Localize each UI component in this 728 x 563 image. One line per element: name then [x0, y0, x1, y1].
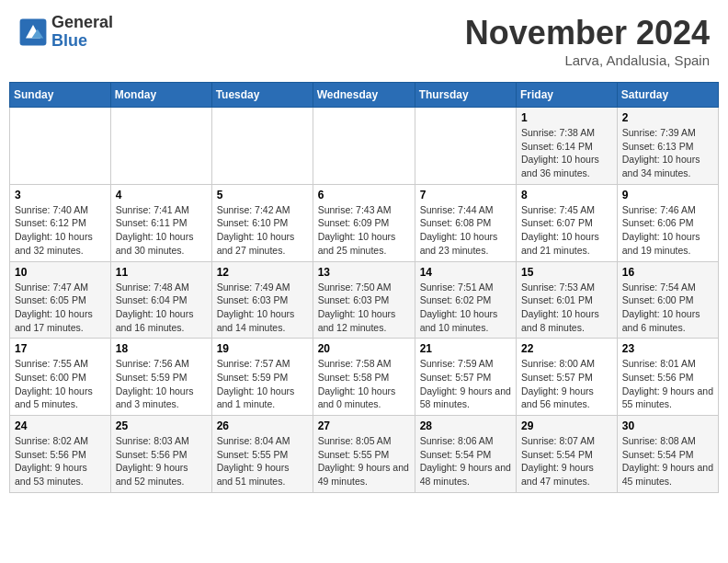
day-number: 12	[217, 266, 308, 279]
day-info: Sunrise: 7:44 AM Sunset: 6:08 PM Dayligh…	[420, 203, 511, 258]
calendar-cell: 26Sunrise: 8:04 AM Sunset: 5:55 PM Dayli…	[211, 416, 313, 493]
day-info: Sunrise: 8:00 AM Sunset: 5:57 PM Dayligh…	[521, 357, 612, 411]
logo-line2: Blue	[51, 32, 113, 51]
logo-icon	[18, 17, 48, 47]
week-row-1: 1Sunrise: 7:38 AM Sunset: 6:14 PM Daylig…	[10, 108, 719, 185]
calendar-cell: 20Sunrise: 7:58 AM Sunset: 5:58 PM Dayli…	[313, 339, 415, 416]
day-number: 11	[116, 266, 207, 279]
day-info: Sunrise: 7:43 AM Sunset: 6:09 PM Dayligh…	[318, 203, 410, 258]
day-info: Sunrise: 8:07 AM Sunset: 5:54 PM Dayligh…	[521, 434, 612, 488]
day-info: Sunrise: 8:08 AM Sunset: 5:54 PM Dayligh…	[622, 434, 713, 488]
calendar-cell: 13Sunrise: 7:50 AM Sunset: 6:03 PM Dayli…	[313, 261, 415, 339]
day-number: 30	[622, 419, 713, 432]
day-number: 24	[15, 419, 106, 432]
weekday-header-friday: Friday	[517, 83, 618, 108]
day-number: 13	[318, 266, 410, 279]
calendar-cell: 30Sunrise: 8:08 AM Sunset: 5:54 PM Dayli…	[617, 416, 718, 493]
calendar-cell: 25Sunrise: 8:03 AM Sunset: 5:56 PM Dayli…	[110, 416, 211, 493]
weekday-header-thursday: Thursday	[415, 83, 516, 108]
calendar-cell: 2Sunrise: 7:39 AM Sunset: 6:13 PM Daylig…	[617, 108, 718, 185]
title-block: November 2024 Larva, Andalusia, Spain	[465, 14, 710, 68]
calendar-cell: 16Sunrise: 7:54 AM Sunset: 6:00 PM Dayli…	[617, 261, 718, 339]
weekday-header-saturday: Saturday	[617, 83, 718, 108]
calendar-cell	[110, 108, 211, 185]
week-row-3: 10Sunrise: 7:47 AM Sunset: 6:05 PM Dayli…	[10, 261, 719, 339]
day-info: Sunrise: 8:01 AM Sunset: 5:56 PM Dayligh…	[622, 357, 713, 411]
page-header: General Blue November 2024 Larva, Andalu…	[9, 9, 719, 73]
calendar-cell: 23Sunrise: 8:01 AM Sunset: 5:56 PM Dayli…	[617, 339, 718, 416]
day-info: Sunrise: 7:38 AM Sunset: 6:14 PM Dayligh…	[521, 126, 612, 180]
day-number: 22	[521, 342, 612, 355]
day-number: 14	[420, 266, 511, 279]
day-info: Sunrise: 7:40 AM Sunset: 6:12 PM Dayligh…	[15, 203, 106, 258]
calendar-cell: 4Sunrise: 7:41 AM Sunset: 6:11 PM Daylig…	[110, 184, 211, 261]
day-number: 6	[318, 189, 410, 201]
calendar-cell: 8Sunrise: 7:45 AM Sunset: 6:07 PM Daylig…	[517, 184, 618, 261]
day-info: Sunrise: 8:02 AM Sunset: 5:56 PM Dayligh…	[15, 434, 106, 488]
day-info: Sunrise: 8:04 AM Sunset: 5:55 PM Dayligh…	[217, 434, 308, 488]
day-info: Sunrise: 7:49 AM Sunset: 6:03 PM Dayligh…	[217, 281, 308, 335]
day-number: 8	[521, 189, 612, 201]
calendar-cell: 17Sunrise: 7:55 AM Sunset: 6:00 PM Dayli…	[10, 339, 111, 416]
day-number: 17	[15, 342, 106, 355]
calendar-cell: 5Sunrise: 7:42 AM Sunset: 6:10 PM Daylig…	[211, 184, 313, 261]
weekday-header-wednesday: Wednesday	[313, 83, 415, 108]
calendar-cell: 7Sunrise: 7:44 AM Sunset: 6:08 PM Daylig…	[415, 184, 516, 261]
calendar-cell: 11Sunrise: 7:48 AM Sunset: 6:04 PM Dayli…	[110, 261, 211, 339]
day-info: Sunrise: 7:51 AM Sunset: 6:02 PM Dayligh…	[420, 281, 511, 335]
day-info: Sunrise: 8:06 AM Sunset: 5:54 PM Dayligh…	[420, 434, 511, 488]
day-info: Sunrise: 7:50 AM Sunset: 6:03 PM Dayligh…	[318, 281, 410, 335]
month-title: November 2024	[465, 14, 710, 52]
day-number: 18	[116, 342, 207, 355]
location: Larva, Andalusia, Spain	[465, 52, 710, 68]
day-info: Sunrise: 7:57 AM Sunset: 5:59 PM Dayligh…	[217, 357, 308, 411]
weekday-header-row: SundayMondayTuesdayWednesdayThursdayFrid…	[10, 83, 719, 108]
calendar-cell: 12Sunrise: 7:49 AM Sunset: 6:03 PM Dayli…	[211, 261, 313, 339]
day-info: Sunrise: 7:41 AM Sunset: 6:11 PM Dayligh…	[116, 203, 207, 258]
day-number: 27	[318, 419, 410, 432]
day-info: Sunrise: 7:42 AM Sunset: 6:10 PM Dayligh…	[217, 203, 308, 258]
calendar-cell	[415, 108, 516, 185]
day-info: Sunrise: 7:39 AM Sunset: 6:13 PM Dayligh…	[622, 126, 713, 180]
week-row-5: 24Sunrise: 8:02 AM Sunset: 5:56 PM Dayli…	[10, 416, 719, 493]
day-number: 16	[622, 266, 713, 279]
calendar-cell: 24Sunrise: 8:02 AM Sunset: 5:56 PM Dayli…	[10, 416, 111, 493]
weekday-header-tuesday: Tuesday	[211, 83, 313, 108]
calendar-cell: 19Sunrise: 7:57 AM Sunset: 5:59 PM Dayli…	[211, 339, 313, 416]
calendar-cell: 27Sunrise: 8:05 AM Sunset: 5:55 PM Dayli…	[313, 416, 415, 493]
day-number: 3	[15, 189, 106, 201]
day-info: Sunrise: 7:46 AM Sunset: 6:06 PM Dayligh…	[622, 203, 713, 258]
day-info: Sunrise: 7:53 AM Sunset: 6:01 PM Dayligh…	[521, 281, 612, 335]
day-number: 5	[217, 189, 308, 201]
calendar-cell	[211, 108, 313, 185]
logo-line1: General	[51, 14, 113, 32]
calendar-cell: 3Sunrise: 7:40 AM Sunset: 6:12 PM Daylig…	[10, 184, 111, 261]
calendar-cell	[10, 108, 111, 185]
week-row-2: 3Sunrise: 7:40 AM Sunset: 6:12 PM Daylig…	[10, 184, 719, 261]
day-number: 26	[217, 419, 308, 432]
day-number: 1	[521, 111, 612, 124]
calendar-cell: 21Sunrise: 7:59 AM Sunset: 5:57 PM Dayli…	[415, 339, 516, 416]
day-number: 25	[116, 419, 207, 432]
calendar-cell: 22Sunrise: 8:00 AM Sunset: 5:57 PM Dayli…	[517, 339, 618, 416]
calendar-cell: 18Sunrise: 7:56 AM Sunset: 5:59 PM Dayli…	[110, 339, 211, 416]
day-number: 23	[622, 342, 713, 355]
calendar-cell: 6Sunrise: 7:43 AM Sunset: 6:09 PM Daylig…	[313, 184, 415, 261]
day-number: 4	[116, 189, 207, 201]
calendar-cell: 29Sunrise: 8:07 AM Sunset: 5:54 PM Dayli…	[517, 416, 618, 493]
day-number: 21	[420, 342, 511, 355]
weekday-header-sunday: Sunday	[10, 83, 111, 108]
day-info: Sunrise: 7:59 AM Sunset: 5:57 PM Dayligh…	[420, 357, 511, 411]
day-number: 7	[420, 189, 511, 201]
calendar-cell: 15Sunrise: 7:53 AM Sunset: 6:01 PM Dayli…	[517, 261, 618, 339]
day-info: Sunrise: 7:58 AM Sunset: 5:58 PM Dayligh…	[318, 357, 410, 411]
day-number: 10	[15, 266, 106, 279]
calendar-cell: 28Sunrise: 8:06 AM Sunset: 5:54 PM Dayli…	[415, 416, 516, 493]
day-info: Sunrise: 7:56 AM Sunset: 5:59 PM Dayligh…	[116, 357, 207, 411]
week-row-4: 17Sunrise: 7:55 AM Sunset: 6:00 PM Dayli…	[10, 339, 719, 416]
calendar-cell: 14Sunrise: 7:51 AM Sunset: 6:02 PM Dayli…	[415, 261, 516, 339]
weekday-header-monday: Monday	[110, 83, 211, 108]
day-info: Sunrise: 7:54 AM Sunset: 6:00 PM Dayligh…	[622, 281, 713, 335]
day-number: 28	[420, 419, 511, 432]
logo: General Blue	[18, 14, 113, 51]
